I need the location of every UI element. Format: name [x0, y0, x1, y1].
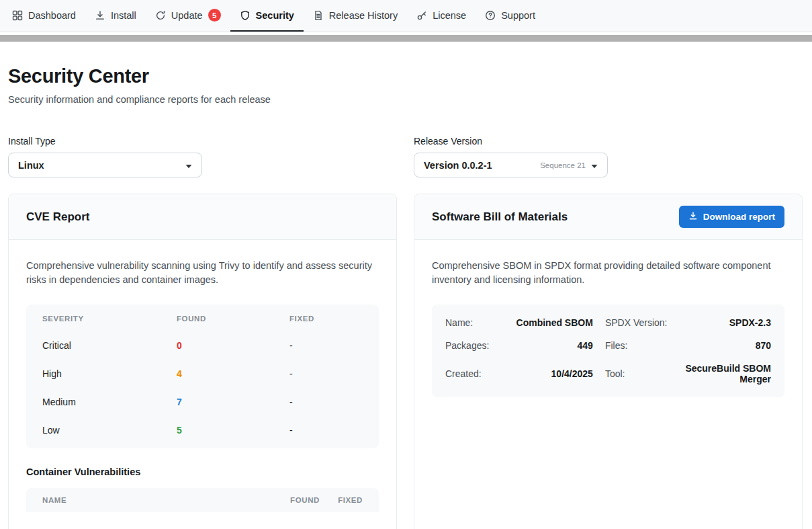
- sbom-detail-value: 10/4/2025: [501, 357, 593, 391]
- sbom-description: Comprehensive SBOM in SPDX format provid…: [432, 259, 784, 287]
- severity-col-header: SEVERITY: [42, 315, 177, 323]
- sbom-detail-label: Created:: [445, 357, 489, 391]
- sbom-detail-label: Tool:: [605, 357, 668, 391]
- page-subtitle: Security information and compliance repo…: [8, 94, 803, 105]
- severity-fixed-count: -: [289, 368, 363, 379]
- nav-item-security[interactable]: Security: [230, 0, 304, 32]
- container-vulnerabilities-title: Container Vulnerabilities: [26, 466, 379, 477]
- found-col-header: FOUND: [177, 315, 289, 323]
- release-version-label: Release Version: [414, 136, 803, 147]
- install-type-label: Install Type: [8, 136, 397, 147]
- sbom-detail-label: SPDX Version:: [605, 311, 668, 334]
- severity-name: High: [42, 368, 177, 379]
- name-col-header: NAME: [42, 496, 271, 504]
- nav-item-update[interactable]: Update 5: [146, 0, 230, 32]
- release-sequence-hint: Sequence 21: [540, 161, 586, 169]
- sbom-detail-value: 449: [501, 334, 593, 357]
- table-row: Critical 0 -: [26, 331, 379, 360]
- table-row: High 4 -: [26, 360, 379, 388]
- fixed-col-header: FIXED: [289, 315, 363, 323]
- install-type-filter: Install Type Linux: [8, 136, 397, 177]
- severity-fixed-count: -: [289, 340, 363, 351]
- nav-item-label: Update: [171, 10, 203, 21]
- nav-item-install[interactable]: Install: [85, 0, 146, 32]
- nav-item-license[interactable]: License: [407, 0, 476, 32]
- nav-item-label: Support: [501, 10, 535, 21]
- report-cards-row: CVE Report Comprehensive vulnerability s…: [8, 194, 803, 529]
- nav-item-label: License: [433, 10, 466, 21]
- severity-name: Critical: [42, 340, 177, 351]
- filters-row: Install Type Linux Release Version Versi…: [8, 136, 803, 177]
- container-table-header-row: NAME FOUND FIXED: [26, 488, 379, 512]
- severity-found-count: 0: [177, 340, 289, 351]
- nav-item-dashboard[interactable]: Dashboard: [3, 0, 85, 32]
- sbom-detail-label: Packages:: [445, 334, 489, 357]
- sbom-header: Software Bill of Materials Download repo…: [414, 194, 802, 240]
- sbom-detail-value: SecureBuild SBOM Merger: [679, 357, 771, 391]
- sbom-detail-value: SPDX-2.3: [679, 311, 771, 334]
- cve-report-title: CVE Report: [26, 210, 89, 224]
- release-version-value: Version 0.0.2-1: [424, 160, 492, 171]
- install-type-select[interactable]: Linux: [8, 153, 202, 177]
- download-icon: [688, 211, 698, 222]
- release-version-filter: Release Version Version 0.0.2-1 Sequence…: [414, 136, 803, 177]
- cve-report-description: Comprehensive vulnerability scanning usi…: [26, 259, 379, 287]
- chevron-down-icon: [591, 159, 598, 171]
- fixed-col-header: FIXED: [320, 496, 363, 504]
- dashboard-icon: [12, 10, 23, 21]
- table-row: Low 5 -: [26, 416, 379, 444]
- table-row: Medium 7 -: [26, 388, 379, 416]
- severity-found-count: 7: [177, 397, 289, 407]
- page-title: Security Center: [8, 65, 803, 87]
- severity-table: SEVERITY FOUND FIXED Critical 0 - High 4…: [26, 304, 379, 448]
- nav-item-label: Dashboard: [28, 10, 76, 21]
- cve-report-card: CVE Report Comprehensive vulnerability s…: [8, 194, 397, 529]
- download-report-label: Download report: [703, 212, 775, 222]
- severity-name: Medium: [42, 397, 177, 407]
- nav-item-label: Release History: [329, 10, 398, 21]
- severity-name: Low: [42, 425, 177, 436]
- update-icon: [155, 10, 166, 21]
- install-type-value: Linux: [18, 160, 44, 171]
- security-center-page: Security Center Security information and…: [0, 65, 812, 529]
- severity-found-count: 4: [177, 368, 289, 379]
- update-count-badge: 5: [208, 9, 221, 22]
- sbom-detail-value: Combined SBOM: [501, 311, 593, 334]
- sbom-title: Software Bill of Materials: [432, 210, 568, 224]
- severity-fixed-count: -: [289, 397, 363, 407]
- sbom-detail-label: Name:: [445, 311, 489, 334]
- found-col-header: FOUND: [271, 496, 320, 504]
- nav-item-label: Install: [111, 10, 136, 21]
- download-report-button[interactable]: Download report: [679, 206, 784, 228]
- install-icon: [95, 10, 105, 21]
- release-history-icon: [313, 10, 324, 21]
- severity-fixed-count: -: [289, 425, 363, 436]
- release-version-select[interactable]: Version 0.0.2-1 Sequence 21: [414, 153, 608, 177]
- divider-bar: [0, 35, 812, 42]
- nav-item-support[interactable]: Support: [476, 0, 545, 32]
- severity-found-count: 5: [177, 425, 289, 436]
- chevron-down-icon: [185, 159, 192, 171]
- sbom-detail-label: Files:: [605, 334, 668, 357]
- top-nav: Dashboard Install Update 5 Security Rele…: [0, 0, 812, 32]
- severity-table-header-row: SEVERITY FOUND FIXED: [26, 306, 379, 331]
- sbom-detail-value: 870: [679, 334, 771, 357]
- cve-report-header: CVE Report: [9, 194, 396, 240]
- sbom-card: Software Bill of Materials Download repo…: [414, 194, 803, 529]
- license-key-icon: [416, 10, 427, 21]
- sbom-details-grid: Name: Combined SBOM SPDX Version: SPDX-2…: [432, 304, 784, 397]
- nav-item-release-history[interactable]: Release History: [304, 0, 407, 32]
- security-shield-icon: [240, 10, 251, 21]
- nav-item-label: Security: [256, 10, 294, 21]
- support-help-icon: [485, 10, 496, 21]
